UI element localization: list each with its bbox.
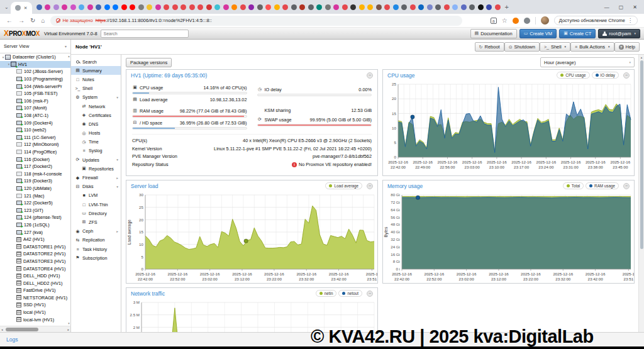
pve-search-input[interactable] [101, 30, 189, 38]
nav-item-search[interactable]: Search [71, 57, 121, 66]
pinned-tab[interactable] [45, 4, 50, 10]
nav-item-repositories[interactable]: ▣Repositories [71, 164, 121, 173]
tree-item[interactable]: 122 (Docker5) [0, 199, 70, 207]
tree-item[interactable]: 124 (pfsense-Test) [0, 214, 70, 221]
pinned-tab[interactable] [444, 4, 450, 10]
maximize-icon[interactable]: ▢ [619, 4, 624, 10]
legend-item[interactable]: CPU usage [557, 72, 589, 79]
tree-item[interactable]: 121 (Mac) [0, 192, 70, 199]
tree-item[interactable]: ▾Datacenter (Cluster1) [0, 53, 70, 61]
tree-item[interactable]: ▾HV1 [0, 61, 70, 69]
pinned-tab[interactable] [410, 4, 416, 10]
tree-item[interactable]: DATASTORE1 (HV1) [0, 243, 70, 250]
pinned-tab[interactable] [96, 4, 101, 10]
nav-item-disks[interactable]: ⊟Disks▾ [71, 182, 121, 191]
nav-item-dns[interactable]: ◉DNS [71, 119, 121, 128]
tree-item[interactable]: DATASTORE2 (HV1) [0, 250, 70, 258]
nav-item-lvm[interactable]: ■LVM [71, 191, 121, 200]
tree-item[interactable]: 103 (Programming) [0, 75, 70, 83]
pinned-tab[interactable] [138, 4, 144, 10]
tab-search-chevron-icon[interactable]: ⌄ [4, 4, 9, 10]
tree-item[interactable]: 105 (FSB-TEST) [0, 90, 70, 97]
pinned-tab[interactable] [104, 4, 110, 10]
tree-item[interactable]: 106 (msk-F) [0, 97, 70, 105]
tree-item[interactable]: 109 (Docker4) [0, 119, 70, 126]
pinned-tab[interactable] [180, 4, 186, 10]
scrollbar-thumb[interactable] [640, 60, 643, 249]
tree-item[interactable]: 111 (1C-Server) [0, 134, 70, 141]
tree-item[interactable]: 116 (Docker) [0, 155, 70, 163]
tree-item[interactable]: 102 (JBoss-Server) [0, 68, 70, 75]
collapse-icon[interactable]: − [623, 183, 630, 189]
nav-item-shell[interactable]: >_Shell [71, 84, 121, 93]
pinned-tab[interactable] [206, 4, 212, 10]
pinned-tab[interactable] [333, 4, 339, 10]
extension-icon[interactable] [513, 18, 519, 24]
pinned-tab[interactable] [223, 4, 229, 10]
pinned-tab[interactable] [53, 4, 59, 10]
close-icon[interactable]: ✕ [633, 4, 637, 10]
nav-item-updates[interactable]: ⟳Updates▾ [71, 155, 121, 164]
collapse-icon[interactable]: − [623, 72, 630, 79]
pinned-tab[interactable] [240, 4, 246, 10]
pinned-tab[interactable] [495, 4, 501, 10]
documentation-button[interactable]: ▤Documentation [470, 29, 517, 38]
insecure-badge[interactable]: Не защищено [56, 18, 92, 23]
pinned-tab[interactable] [299, 4, 305, 10]
pinned-tab[interactable] [164, 4, 169, 10]
help-button[interactable]: ?Help [614, 42, 640, 52]
pinned-tab[interactable] [461, 4, 467, 10]
pinned-tab[interactable] [418, 4, 424, 10]
pinned-tab[interactable] [316, 4, 322, 10]
legend-item[interactable]: Load average [325, 182, 362, 189]
package-versions-button[interactable]: Package versions [126, 58, 172, 67]
pinned-tab[interactable] [308, 4, 314, 10]
nav-item-notes[interactable]: □Notes [71, 75, 121, 84]
tree-item[interactable]: local-lvm (HV1) [0, 316, 70, 323]
tree-item[interactable]: DATASTORE3 (HV1) [0, 258, 70, 265]
pinned-tab[interactable] [367, 4, 373, 10]
reboot-button[interactable]: ↻Reboot [475, 42, 504, 52]
tree-item[interactable]: 112 (MinOboroni) [0, 141, 70, 148]
pinned-tab[interactable] [486, 4, 492, 10]
tree-item[interactable]: 123 (GIT) [0, 206, 70, 214]
pinned-tab[interactable] [401, 4, 407, 10]
new-tab-button[interactable]: + [505, 3, 509, 11]
bulk-actions-button[interactable]: ≡Bulk Actions▾ [570, 42, 614, 52]
pinned-tab[interactable] [87, 4, 93, 10]
scrollbar-thumb[interactable] [6, 328, 38, 331]
tree-item[interactable]: local (HV1) [0, 309, 70, 316]
nav-item-firewall[interactable]: ◆Firewall▸ [71, 173, 121, 182]
legend-item[interactable]: IO delay [592, 72, 619, 79]
nav-item-ceph[interactable]: ◉Ceph▸ [71, 227, 121, 236]
time-range-select[interactable]: Hour (average)▾ [540, 57, 635, 67]
pinned-tab[interactable] [155, 4, 161, 10]
tree-item[interactable]: 108 (ATC-1) [0, 112, 70, 119]
pinned-tab[interactable] [197, 4, 203, 10]
pinned-tab[interactable] [265, 4, 271, 10]
collapse-icon[interactable]: − [367, 291, 373, 297]
user-menu-button[interactable]: root@pam▾ [598, 29, 640, 38]
shutdown-button[interactable]: ⊙Shutdown [504, 42, 540, 52]
home-icon[interactable]: ⌂ [41, 17, 45, 24]
pinned-tab[interactable] [384, 4, 390, 10]
pinned-tab[interactable] [427, 4, 433, 10]
tree-item[interactable]: DELL_HDD2 (HV1) [0, 279, 70, 287]
pinned-tab[interactable] [121, 4, 127, 10]
pinned-tab[interactable] [130, 4, 135, 10]
pinned-tab[interactable] [291, 4, 297, 10]
legend-item[interactable]: RAM usage [586, 182, 619, 189]
legend-item[interactable]: netout [338, 290, 362, 297]
tree-item[interactable]: 120 (UbMate) [0, 185, 70, 192]
pinned-tab[interactable] [274, 4, 280, 10]
tree-item[interactable]: DATASTORE4 (HV1) [0, 265, 70, 272]
pinned-tab[interactable] [376, 4, 382, 10]
tree-item[interactable]: NETSTORAGE (HV1) [0, 294, 70, 302]
pinned-tab[interactable] [359, 4, 365, 10]
collapse-icon[interactable]: − [367, 72, 373, 79]
forward-icon[interactable]: → [18, 17, 25, 24]
pinned-tab[interactable] [257, 4, 263, 10]
nav-item-certificates[interactable]: ◈Certificates [71, 111, 121, 119]
pinned-tab[interactable] [393, 4, 399, 10]
pinned-tab[interactable] [172, 4, 178, 10]
